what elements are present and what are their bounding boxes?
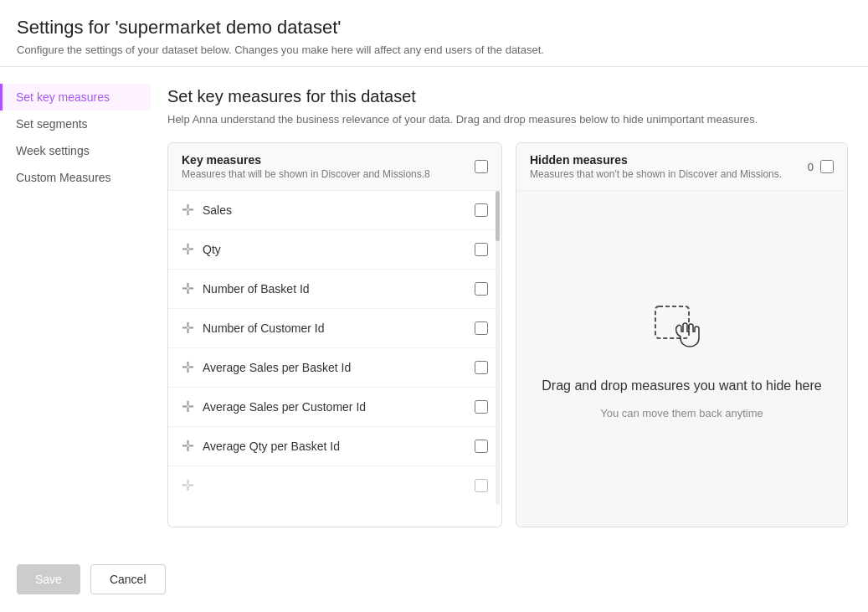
measure-name-avg-qty-basket: Average Qty per Basket Id	[203, 440, 466, 453]
measure-item-sales: ✛ Sales	[168, 191, 501, 230]
key-measures-header: Key measures Measures that will be shown…	[168, 143, 501, 191]
drag-handle-icon[interactable]: ✛	[182, 201, 194, 219]
measure-item-avg-sales-basket: ✛ Average Sales per Basket Id	[168, 348, 501, 388]
measure-checkbox-avg-sales-customer[interactable]	[475, 400, 488, 414]
page-title: Settings for 'supermarket demo dataset'	[17, 17, 851, 39]
key-measures-panel: Key measures Measures that will be shown…	[167, 142, 502, 527]
measures-list: ✛ Sales ✛ Qty ✛ Number of Basket Id	[168, 191, 501, 505]
hidden-measures-subtitle: Measures that won't be shown in Discover…	[530, 168, 808, 180]
measure-checkbox-avg-qty-basket[interactable]	[475, 440, 488, 453]
drag-handle-icon[interactable]: ✛	[182, 398, 194, 416]
measure-item-avg-sales-customer: ✛ Average Sales per Customer Id	[168, 388, 501, 427]
measure-name-avg-sales-customer: Average Sales per Customer Id	[203, 400, 466, 414]
measure-item-qty: ✛ Qty	[168, 230, 501, 270]
measure-name-customer-id: Number of Customer Id	[203, 321, 466, 335]
drag-handle-icon[interactable]: ✛	[182, 240, 194, 259]
drag-handle-icon[interactable]: ✛	[182, 319, 194, 337]
save-button[interactable]: Save	[17, 564, 80, 594]
drag-drop-illustration-icon	[649, 298, 716, 365]
hidden-measures-select-all-checkbox[interactable]	[820, 160, 834, 173]
content-title: Set key measures for this dataset	[167, 87, 848, 106]
scrollbar-track[interactable]	[496, 191, 500, 505]
footer-actions: Save Cancel	[0, 548, 868, 611]
sidebar: Set key measures Set segments Week setti…	[0, 67, 151, 548]
content-area: Set key measures for this dataset Help A…	[151, 67, 868, 548]
measure-name-qty: Qty	[203, 243, 466, 256]
hidden-measures-panel: Hidden measures Measures that won't be s…	[516, 142, 848, 527]
drag-handle-icon[interactable]: ✛	[182, 476, 194, 495]
measure-name-avg-sales-basket: Average Sales per Basket Id	[203, 361, 466, 374]
sidebar-item-custom-measures[interactable]: Custom Measures	[0, 164, 151, 191]
measure-checkbox-partial[interactable]	[475, 479, 488, 492]
drag-handle-icon[interactable]: ✛	[182, 358, 194, 377]
drag-handle-icon[interactable]: ✛	[182, 437, 194, 455]
measure-item-basket-id: ✛ Number of Basket Id	[168, 270, 501, 309]
key-measures-title: Key measures	[182, 153, 475, 167]
measure-item-partial: ✛	[168, 466, 501, 505]
key-measures-subtitle: Measures that will be shown in Discover …	[182, 168, 475, 180]
measure-checkbox-sales[interactable]	[475, 203, 488, 217]
measure-item-customer-id: ✛ Number of Customer Id	[168, 309, 501, 348]
measure-name-basket-id: Number of Basket Id	[203, 282, 466, 296]
measure-item-avg-qty-basket: ✛ Average Qty per Basket Id	[168, 427, 501, 466]
scrollbar-thumb[interactable]	[496, 191, 500, 241]
drop-zone-sub-text: You can move them back anytime	[600, 407, 763, 419]
key-measures-select-all-checkbox[interactable]	[475, 160, 488, 173]
measure-checkbox-basket-id[interactable]	[475, 282, 488, 296]
measures-list-wrapper: ✛ Sales ✛ Qty ✛ Number of Basket Id	[168, 191, 501, 505]
measure-checkbox-qty[interactable]	[475, 243, 488, 256]
page-header: Settings for 'supermarket demo dataset' …	[0, 0, 868, 67]
drop-zone-main-text: Drag and drop measures you want to hide …	[542, 378, 821, 393]
measures-layout: Key measures Measures that will be shown…	[167, 142, 848, 527]
measure-name-sales: Sales	[203, 203, 466, 217]
drop-zone[interactable]: Drag and drop measures you want to hide …	[516, 191, 847, 527]
hidden-measures-title: Hidden measures	[530, 153, 808, 167]
drag-handle-icon[interactable]: ✛	[182, 280, 194, 298]
sidebar-item-set-key-measures[interactable]: Set key measures	[0, 84, 151, 111]
page-subtitle: Configure the settings of your dataset b…	[17, 44, 851, 56]
svg-rect-0	[655, 306, 689, 338]
hidden-measures-header: Hidden measures Measures that won't be s…	[516, 143, 847, 191]
sidebar-item-set-segments[interactable]: Set segments	[0, 111, 151, 137]
content-description: Help Anna understand the business releva…	[167, 113, 848, 126]
sidebar-item-week-settings[interactable]: Week settings	[0, 137, 151, 164]
cancel-button[interactable]: Cancel	[90, 564, 166, 594]
measure-checkbox-customer-id[interactable]	[475, 321, 488, 335]
hidden-measures-count: 0	[808, 161, 814, 173]
measure-checkbox-avg-sales-basket[interactable]	[475, 361, 488, 374]
